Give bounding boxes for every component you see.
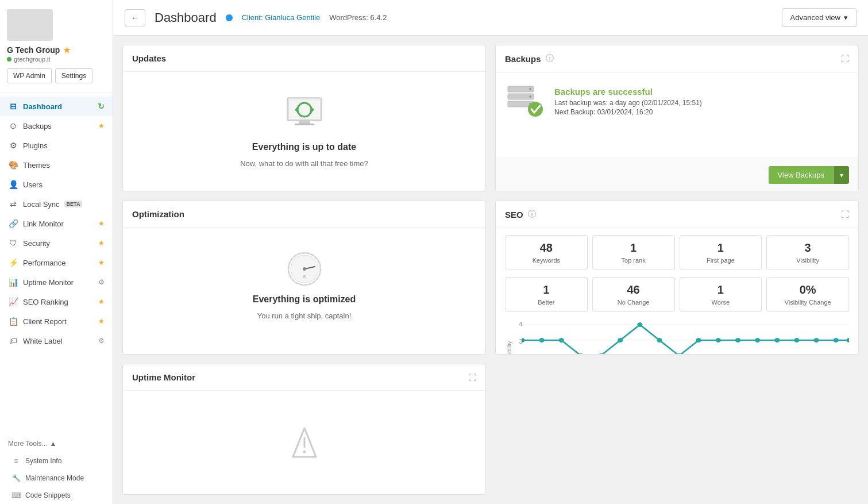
sidebar-item-link-monitor[interactable]: 🔗 Link Monitor ★ <box>0 214 113 233</box>
seo-metric-first-page: 1 First page <box>680 235 762 270</box>
sidebar-item-label: Security <box>23 239 50 248</box>
svg-point-40 <box>846 338 849 343</box>
no-change-value: 46 <box>597 283 670 297</box>
sidebar-item-dashboard[interactable]: ⊟ Dashboard ↻ <box>0 97 113 116</box>
badge-star-icon: ★ <box>98 122 105 130</box>
svg-point-12 <box>528 102 543 117</box>
badge-star-icon: ★ <box>98 317 105 325</box>
seo-metric-visibility-change: 0% Visibility Change <box>766 277 849 312</box>
more-tools[interactable]: More Tools... ▲ <box>0 435 113 452</box>
y-label-4: 4 <box>519 321 522 328</box>
sidebar-item-security[interactable]: 🛡 Security ★ <box>0 233 113 253</box>
svg-text:⊙: ⊙ <box>302 274 306 279</box>
wp-version-label: WordPress: 6.4.2 <box>329 13 387 22</box>
optimization-card-body: ⊙ Everything is optimized You run a tigh… <box>123 228 485 343</box>
svg-point-30 <box>657 338 662 343</box>
chart-y-axis: Visibility 4 3 2 1 <box>505 319 522 355</box>
sidebar-item-label: Plugins <box>23 141 48 150</box>
advanced-view-button[interactable]: Advanced view ▾ <box>782 8 857 27</box>
sidebar-item-uptime-monitor[interactable]: 📊 Uptime Monitor ⚙ <box>0 272 113 292</box>
badge-star-icon: ★ <box>98 298 105 306</box>
sidebar-item-label: Uptime Monitor <box>23 278 74 287</box>
backup-success-title: Backups are successful <box>554 87 702 97</box>
no-change-label: No Change <box>597 299 670 306</box>
performance-icon: ⚡ <box>8 258 18 267</box>
wp-admin-button[interactable]: WP Admin <box>7 68 52 83</box>
sidebar-item-seo-ranking[interactable]: 📈 SEO Ranking ★ <box>0 292 113 311</box>
info-icon[interactable]: ⓘ <box>546 53 554 64</box>
back-button[interactable]: ← <box>125 9 145 26</box>
uptime-icon <box>290 425 319 460</box>
visibility-value: 3 <box>771 241 844 255</box>
client-name: Gianluca Gentile <box>265 13 320 22</box>
svg-point-25 <box>559 338 564 343</box>
view-backups-btn-group: View Backups ▾ <box>769 166 849 184</box>
view-backups-dropdown-button[interactable]: ▾ <box>834 166 849 184</box>
sidebar-item-performance[interactable]: ⚡ Performance ★ <box>0 253 113 272</box>
sidebar-item-label: SEO Ranking <box>23 298 68 306</box>
settings-button[interactable]: Settings <box>55 68 92 83</box>
y-axis-label: Visibility <box>507 341 512 355</box>
chart-svg-container <box>522 319 849 355</box>
uptime-expand-icon[interactable]: ⛶ <box>468 373 476 382</box>
optimization-sub-text: You run a tight ship, captain! <box>257 311 352 320</box>
sidebar-item-plugins[interactable]: ⚙ Plugins <box>0 136 113 155</box>
svg-point-36 <box>774 338 780 343</box>
sidebar-item-label: Link Monitor <box>23 220 64 228</box>
visibility-label: Visibility <box>771 257 844 264</box>
sidebar-item-white-label[interactable]: 🏷 White Label ⚙ <box>0 331 113 351</box>
sidebar-item-client-report[interactable]: 📋 Client Report ★ <box>0 311 113 331</box>
sub-nav-item-system-info[interactable]: ≡ System Info <box>0 452 113 470</box>
more-tools-items: ≡ System Info 🔧 Maintenance Mode ⌨ Code … <box>0 452 113 504</box>
backups-card-header: Backups ⓘ ⛶ <box>496 45 858 72</box>
sidebar: G Tech Group ★ gtechgroup.it WP Admin Se… <box>0 0 113 504</box>
backups-card-body: Backups are successful Last backup was: … <box>496 72 858 159</box>
sidebar-buttons: WP Admin Settings <box>7 68 106 83</box>
status-indicator <box>226 14 233 21</box>
sidebar-item-label: Backups <box>23 122 52 130</box>
gauge-icon: ⊙ <box>286 251 323 287</box>
sub-nav-item-maintenance-mode[interactable]: 🔧 Maintenance Mode <box>0 470 113 487</box>
seo-info-icon[interactable]: ⓘ <box>528 209 536 220</box>
site-url: gtechgroup.it <box>7 56 106 63</box>
chevron-down-icon: ▾ <box>844 13 848 22</box>
sidebar-item-label: Performance <box>23 259 65 267</box>
better-value: 1 <box>510 283 582 297</box>
svg-point-33 <box>716 338 721 343</box>
top-rank-value: 1 <box>597 241 670 255</box>
users-icon: 👤 <box>8 180 18 189</box>
keywords-label: Keywords <box>510 257 582 264</box>
first-page-label: First page <box>685 257 757 264</box>
uptime-card-title: Uptime Monitor <box>132 372 195 382</box>
svg-point-32 <box>696 338 701 343</box>
updates-card-header: Updates <box>123 45 485 72</box>
seo-expand-icon[interactable]: ⛶ <box>841 210 849 219</box>
sidebar-item-users[interactable]: 👤 Users <box>0 175 113 194</box>
svg-point-43 <box>303 451 306 453</box>
badge-gear-icon: ⚙ <box>98 278 105 286</box>
sidebar-item-local-sync[interactable]: ⇄ Local Sync BETA <box>0 194 113 214</box>
seo-metric-no-change: 46 No Change <box>592 277 675 312</box>
expand-icon[interactable]: ⛶ <box>841 54 849 63</box>
svg-point-24 <box>539 338 545 343</box>
client-label: Client: Gianluca Gentile <box>242 13 321 22</box>
seo-metrics-row1: 48 Keywords 1 Top rank 1 First page 3 Vi… <box>505 235 849 270</box>
sidebar-item-backups[interactable]: ⊙ Backups ★ <box>0 116 113 136</box>
uptime-card-body <box>123 391 485 494</box>
sidebar-item-themes[interactable]: 🎨 Themes <box>0 155 113 175</box>
view-backups-button[interactable]: View Backups <box>769 166 834 184</box>
site-name-text: G Tech Group <box>7 45 60 55</box>
sidebar-item-label: Client Report <box>23 317 67 326</box>
backup-info: Backups are successful Last backup was: … <box>554 87 702 116</box>
optimization-status: Everything is optimized <box>253 294 356 305</box>
sub-nav-item-code-snippets[interactable]: ⌨ Code Snippets <box>0 487 113 504</box>
dashboard-icon: ⊟ <box>8 102 18 111</box>
seo-line-chart <box>522 319 849 355</box>
keywords-value: 48 <box>510 241 582 255</box>
seo-chart: Visibility 4 3 2 1 <box>505 319 849 355</box>
beta-badge: BETA <box>64 201 83 207</box>
chevron-up-icon: ▲ <box>49 440 56 448</box>
badge-gear-icon: ⚙ <box>98 337 105 345</box>
code-snippets-icon: ⌨ <box>11 491 21 499</box>
optimization-gauge: ⊙ <box>286 251 323 287</box>
